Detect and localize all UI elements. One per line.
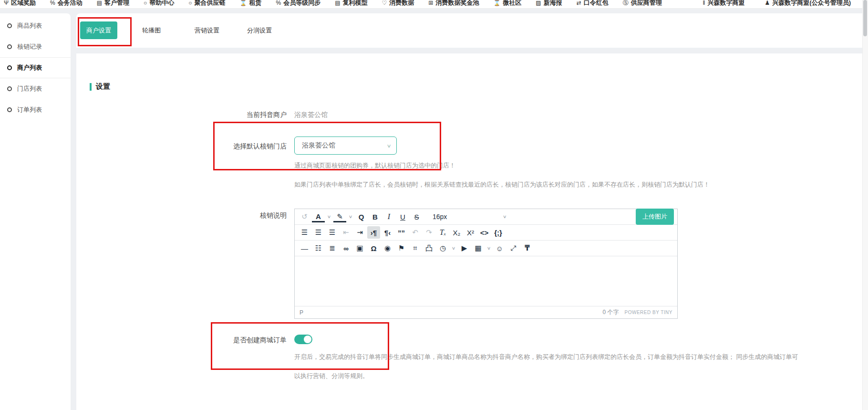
outdent-icon[interactable]: ⇤ — [340, 226, 352, 239]
editor-toolbar-row-2: ☰☰☰⇤⇥›¶¶‹””↶↷TₓX₂X²<>{;} — [295, 225, 677, 241]
history-restore-icon[interactable]: ↺ — [298, 210, 311, 223]
page-break-icon[interactable]: ⌗ — [409, 242, 422, 254]
underline-icon[interactable]: U — [396, 210, 409, 223]
bookmark-icon[interactable]: ⚑ — [395, 242, 408, 254]
inline-code-icon[interactable]: <> — [478, 226, 491, 239]
rtl-paragraph-icon[interactable]: ¶‹ — [381, 226, 394, 239]
indent-icon[interactable]: ⇥ — [353, 226, 366, 239]
create-order-toggle[interactable] — [294, 335, 312, 344]
table-icon[interactable]: ▦ — [472, 242, 485, 254]
sidebar-item[interactable]: 门店列表 — [0, 78, 71, 99]
radio-circle-icon — [7, 86, 12, 91]
nav-item[interactable]: ○聚合供应链 — [188, 0, 225, 8]
search-icon[interactable]: Q — [355, 210, 368, 223]
nav-item[interactable]: %会务活动 — [50, 0, 83, 8]
chevron-down-icon[interactable]: ∨ — [449, 242, 458, 254]
top-navbar: Ψ区域奖励%会务活动▤客户管理○帮助中心○聚合供应链⌛租赁%会员等级同步▤复利模… — [0, 0, 862, 9]
nav-item-label: 会员等级同步 — [283, 0, 320, 8]
special-character-icon[interactable]: Ω — [367, 242, 380, 254]
align-left-icon[interactable]: ☰ — [298, 226, 311, 239]
nav-item[interactable]: Ψ区域奖励 — [4, 0, 36, 8]
upload-image-button[interactable]: 上传图片 — [636, 209, 674, 225]
nav-item-label: 客户管理 — [104, 0, 129, 8]
font-size-select[interactable]: 16px ∨ — [427, 210, 510, 223]
scrollbar-thumb[interactable] — [863, 0, 867, 36]
sidebar-item-label: 核销记录 — [17, 42, 42, 51]
insert-datetime-icon[interactable]: ◷ — [436, 242, 449, 254]
circle-icon: ○ — [144, 0, 147, 8]
emoji-icon[interactable]: ☺ — [493, 242, 506, 254]
default-store-label: 选择默认核销门店 — [182, 142, 287, 151]
nav-item[interactable]: ⇄口令红包 — [577, 0, 609, 8]
italic-icon[interactable]: I — [382, 210, 395, 223]
insert-media-icon[interactable]: ▶ — [458, 242, 471, 254]
nav-item[interactable]: %会员等级同步 — [276, 0, 321, 8]
nav-item[interactable]: ⌛租赁 — [240, 0, 262, 8]
strikethrough-icon[interactable]: S — [410, 210, 423, 223]
undo-icon[interactable]: ↶ — [409, 226, 422, 239]
highlight-color-icon[interactable]: ✎ — [333, 212, 346, 222]
tab-merchant-settings[interactable]: 商户设置 — [80, 21, 117, 39]
tab-item[interactable]: 分润设置 — [247, 13, 272, 48]
superscript-icon[interactable]: X² — [464, 226, 477, 239]
sidebar-item[interactable]: 商品列表 — [0, 15, 71, 36]
align-center-icon[interactable]: ☰ — [312, 226, 325, 239]
editor-element-path: P — [300, 309, 303, 316]
print-icon[interactable]: 凸 — [423, 242, 435, 254]
nav-item[interactable]: ‖兴森数字商盟 — [703, 0, 745, 8]
sidebar-item[interactable]: 商户列表 — [0, 57, 71, 78]
redo-icon[interactable]: ↷ — [423, 226, 435, 239]
plus-square-icon: ⊞ — [428, 0, 433, 8]
fullscreen-icon[interactable]: ⤢ — [507, 242, 520, 254]
unordered-list-icon[interactable]: ☷ — [312, 242, 325, 254]
sidebar-item[interactable]: 核销记录 — [0, 36, 71, 57]
tab-item[interactable]: 营销设置 — [195, 13, 219, 48]
text-color-icon[interactable]: A — [312, 212, 325, 222]
code-sample-icon[interactable]: {;} — [492, 226, 505, 239]
format-painter-icon[interactable]: ₸ — [521, 242, 534, 254]
preview-icon[interactable]: ◉ — [381, 242, 394, 254]
bold-icon[interactable]: B — [369, 210, 382, 223]
default-store-select[interactable]: 浴泉荟公馆 ∨ — [294, 137, 397, 155]
chevron-down-icon[interactable]: ∨ — [346, 210, 355, 223]
vertical-scrollbar — [862, 0, 868, 410]
supplier-icon: Ⓢ — [623, 0, 629, 8]
chevron-down-icon[interactable]: ∨ — [325, 210, 333, 223]
nav-item-label: 帮助中心 — [149, 0, 174, 8]
nav-item[interactable]: ▤客户管理 — [97, 0, 129, 8]
columns-icon: ‖ — [703, 0, 705, 8]
nav-item[interactable]: ▨新海报 — [536, 0, 562, 8]
nav-item-label: 租赁 — [249, 0, 262, 8]
nav-item-label: 消费数据 — [389, 0, 414, 8]
editor-statusbar: P 0 个字 POWERED BY TINY — [295, 306, 677, 318]
merchant-label: 当前抖音商户 — [182, 111, 287, 119]
editor-content-area[interactable] — [295, 256, 677, 306]
create-order-desc-line1: 开启后，交易完成的抖音订单将同步生成商城订单，商城订单商品名称为抖音商户名称，购… — [294, 353, 798, 361]
page: Ψ区域奖励%会务活动▤客户管理○帮助中心○聚合供应链⌛租赁%会员等级同步▤复利模… — [0, 0, 868, 410]
list-icon: ▤ — [97, 0, 102, 8]
sidebar-item[interactable]: 订单列表 — [0, 99, 71, 120]
nav-item[interactable]: ⌛微社区 — [493, 0, 521, 8]
section-accent-bar — [90, 83, 92, 91]
chevron-down-icon[interactable]: ∨ — [485, 242, 493, 254]
sidebar-item-label: 商品列表 — [17, 21, 42, 30]
align-right-icon[interactable]: ☰ — [326, 226, 339, 239]
nav-item[interactable]: ○帮助中心 — [144, 0, 174, 8]
powered-by-label: POWERED BY TINY — [625, 310, 672, 315]
link-icon[interactable]: ∞ — [340, 242, 352, 254]
ltr-paragraph-icon[interactable]: ›¶ — [367, 226, 380, 239]
horizontal-rule-icon[interactable]: — — [298, 242, 311, 254]
clear-formatting-icon[interactable]: Tₓ — [436, 226, 449, 239]
subscript-icon[interactable]: X₂ — [450, 226, 463, 239]
nav-item-label: 消费数据奖金池 — [435, 0, 479, 8]
ordered-list-icon[interactable]: ≣ — [326, 242, 339, 254]
nav-item[interactable]: ♟兴森数字商盟(公众号管理员) — [765, 0, 851, 8]
radio-circle-icon — [7, 23, 12, 28]
insert-image-icon[interactable]: ▣ — [353, 242, 366, 254]
nav-item[interactable]: ♡消费数据 — [382, 0, 414, 8]
nav-item[interactable]: ▤复利模型 — [335, 0, 367, 8]
nav-item[interactable]: ⊞消费数据奖金池 — [428, 0, 479, 8]
tab-item[interactable]: 轮播图 — [142, 13, 161, 48]
blockquote-icon[interactable]: ”” — [395, 226, 408, 239]
nav-item[interactable]: Ⓢ供应商管理 — [623, 0, 662, 8]
